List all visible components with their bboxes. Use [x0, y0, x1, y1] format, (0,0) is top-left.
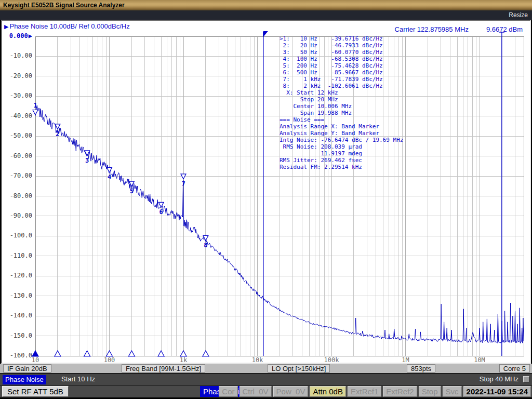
x-axis-tick-label: 10M	[467, 356, 492, 364]
trace-header: ▶Phase Noise 10.00dB/ Ref 0.000dBc/Hz	[4, 22, 130, 30]
axis-marker-icon	[158, 351, 164, 356]
axis-marker-icon	[84, 351, 90, 356]
y-axis-tick-label: -50.00	[2, 132, 34, 139]
tab-phase-noise[interactable]: Phase Noise	[3, 375, 46, 384]
indicator-extref1[interactable]: ExtRef1	[348, 386, 381, 397]
datetime-display: 2022-11-09 15:24	[463, 386, 531, 397]
measurement-panel: ▶Phase Noise 10.00dB/ Ref 0.000dBc/Hz Ca…	[1, 20, 531, 364]
x-axis-tick-label: 1k	[171, 356, 196, 364]
axis-marker-icon	[128, 351, 135, 356]
y-axis-tick-label: -60.00	[2, 152, 34, 159]
y-axis-tick-label: -30.00	[2, 92, 34, 99]
y-axis-tick-label: -130.0	[2, 292, 34, 299]
y-axis-tick-label: -100.0	[2, 232, 34, 239]
indicator-ctrl-0v[interactable]: Ctrl 0V	[240, 386, 272, 397]
trace-marker-number: 3	[85, 157, 89, 164]
y-axis-tick-label: 0.000▶	[2, 32, 34, 39]
y-axis-tick-label: -140.0	[2, 312, 34, 319]
x-axis-tick-label: 10k	[245, 356, 270, 364]
trace-marker-number: 7	[181, 180, 185, 188]
axis-marker-icon	[180, 351, 187, 356]
trace-marker-number: 6	[159, 208, 163, 216]
resize-button[interactable]: Resize	[509, 11, 528, 19]
indicator-stop[interactable]: Stop	[419, 386, 441, 397]
sweep-stop-label: Stop 40 MHz	[480, 374, 518, 385]
y-axis-tick-label: -120.0	[2, 272, 34, 279]
x-axis-tick-label: 1M	[393, 356, 418, 364]
active-trace-marker-icon: ▶	[4, 23, 8, 30]
trace-marker-number: 1	[33, 102, 37, 109]
x-axis-tick-label: 100	[97, 356, 122, 364]
status-bar: Set RF ATT 5dB Phase Noise: Hold CorCtrl…	[0, 385, 532, 397]
marker-readout: >1: 10 Hz -39.6716 dBc/Hz 2: 20 Hz -46.7…	[280, 35, 403, 170]
trace-marker-icon	[181, 174, 186, 179]
points-button[interactable]: 853pts	[407, 364, 435, 373]
indicator-pow-0v[interactable]: Pow 0V	[273, 386, 309, 397]
sweep-bar: Phase Noise Start 10 Hz Stop 40 MHz	[0, 373, 532, 385]
corner-button[interactable]	[523, 376, 529, 382]
app-title: Keysight E5052B Signal Source Analyzer	[3, 2, 125, 9]
screen: { "title_bar": { "title": "Keysight E505…	[0, 0, 532, 399]
band-start-flag-icon	[263, 31, 268, 37]
trace-marker-number: 2	[56, 130, 59, 138]
trace-marker-number: 5	[130, 188, 134, 195]
sweep-start-label: Start 10 Hz	[61, 374, 95, 385]
carrier-power: 9.6672 dBm	[486, 25, 523, 33]
indicator-attn-0db[interactable]: Attn 0dB	[310, 386, 346, 397]
y-axis-tick-label: -70.00	[2, 172, 34, 179]
indicator-extref2[interactable]: ExtRef2	[383, 386, 417, 397]
x-axis-tick-label: 10	[23, 356, 48, 364]
axis-marker-icon	[203, 351, 209, 356]
window-bar: Resize	[0, 10, 532, 20]
correction-button[interactable]: Corre 5	[499, 364, 530, 373]
axis-marker-icon	[55, 351, 61, 356]
y-axis-tick-label: -110.0	[2, 252, 34, 259]
lo-opt-button[interactable]: LO Opt [>150kHz]	[268, 364, 330, 373]
x-axis-tick-label: 100k	[319, 356, 344, 364]
trace-marker-number: 4	[108, 174, 111, 181]
trace-marker-number: 8	[204, 242, 207, 249]
y-axis-tick-label: -80.00	[2, 192, 34, 200]
indicator-svc[interactable]: Svc	[443, 386, 462, 397]
trace-scale-label: Phase Noise 10.00dB/ Ref 0.000dBc/Hz	[9, 22, 129, 30]
freq-band-button[interactable]: Freq Band [99M-1.5GHz]	[122, 364, 205, 373]
y-axis-tick-label: -20.00	[2, 72, 34, 79]
trace-marker-icon	[158, 202, 164, 207]
if-gain-button[interactable]: IF Gain 20dB	[3, 364, 51, 373]
title-bar[interactable]: Keysight E5052B Signal Source Analyzer	[0, 0, 532, 10]
indicator-cor[interactable]: Cor	[219, 386, 237, 397]
axis-marker-icon	[107, 351, 113, 356]
y-axis-tick-label: -40.00	[2, 112, 34, 119]
y-axis-tick-label: -150.0	[2, 332, 34, 339]
indicator-group: CorCtrl 0VPow 0VAttn 0dBExtRef1ExtRef2St…	[219, 386, 531, 397]
y-axis-tick-label: -10.00	[2, 52, 34, 59]
y-axis-tick-label: -90.00	[2, 212, 34, 219]
trace-marker-icon	[107, 167, 112, 172]
ref-level-marker-icon: ▶	[29, 32, 32, 39]
set-rf-att-button[interactable]: Set RF ATT 5dB	[2, 386, 69, 397]
carrier-frequency: Carrier 122.875985 MHz	[395, 25, 469, 33]
settings-bar: IF Gain 20dB Freq Band [99M-1.5GHz] LO O…	[0, 364, 532, 373]
